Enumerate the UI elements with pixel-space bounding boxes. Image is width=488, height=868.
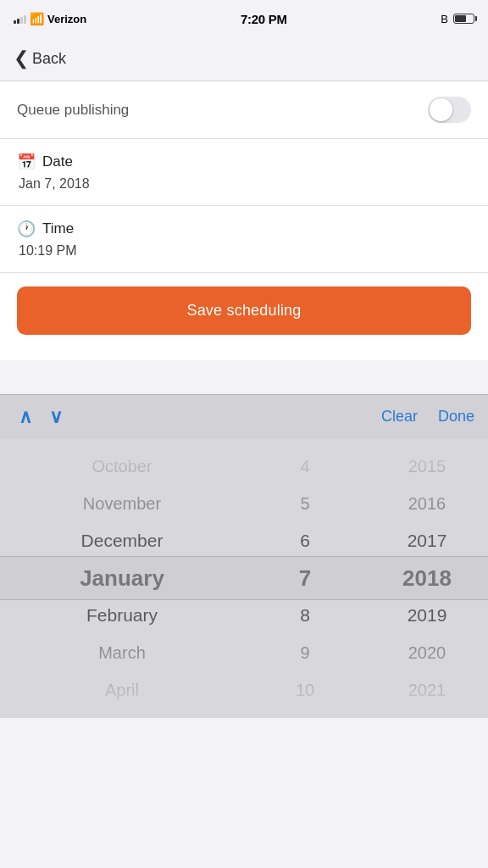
picker-item[interactable]: 2017 (366, 522, 488, 559)
picker-arrows: ∧ ∨ (14, 404, 68, 430)
toggle-knob (430, 98, 452, 121)
picker-item[interactable]: 2020 (366, 634, 488, 671)
picker-item[interactable]: 2015 (366, 448, 488, 485)
picker-toolbar: ∧ ∨ Clear Done (0, 394, 488, 438)
status-bar: 📶 Verizon 7:20 PM B (0, 0, 488, 37)
picker-done-button[interactable]: Done (438, 408, 474, 426)
picker-days-column: 45678910 (244, 438, 366, 718)
save-scheduling-button[interactable]: Save scheduling (17, 287, 471, 335)
picker-item[interactable]: 2021 (366, 671, 488, 709)
picker-up-arrow[interactable]: ∧ (14, 404, 37, 430)
date-section: 📅 Date Jan 7, 2018 (0, 139, 488, 206)
picker-item[interactable]: October (0, 448, 244, 485)
picker-months-column: OctoberNovemberDecemberJanuaryFebruaryMa… (0, 438, 244, 718)
picker-item[interactable]: 8 (244, 597, 366, 634)
picker-clear-button[interactable]: Clear (381, 408, 418, 426)
bluetooth-icon: B (441, 13, 448, 25)
status-left: 📶 Verizon (14, 12, 86, 25)
signal-bar-3 (20, 17, 23, 24)
picker-item[interactable]: 4 (244, 448, 366, 485)
picker-years-column: 2015201620172018201920202021 (366, 438, 488, 718)
picker-item[interactable]: 10 (244, 671, 366, 709)
calendar-icon: 📅 (17, 153, 36, 171)
picker-item[interactable]: 9 (244, 634, 366, 671)
picker-item[interactable]: February (0, 597, 244, 634)
main-content: Queue publishing 📅 Date Jan 7, 2018 🕐 Ti… (0, 81, 488, 360)
signal-bar-2 (17, 19, 19, 24)
date-header: 📅 Date (17, 153, 471, 171)
picker-item[interactable]: December (0, 522, 244, 559)
picker-item[interactable]: 5 (244, 485, 366, 522)
time-title: Time (42, 220, 74, 237)
picker-item[interactable]: April (0, 671, 244, 709)
battery-icon (453, 14, 474, 24)
date-value[interactable]: Jan 7, 2018 (17, 176, 471, 192)
picker-item[interactable]: March (0, 634, 244, 671)
clock: 7:20 PM (241, 12, 287, 26)
back-chevron-icon: ❮ (14, 49, 29, 68)
spacer (0, 360, 488, 394)
back-button[interactable]: ❮ Back (14, 50, 66, 68)
picker-item[interactable]: 2019 (366, 597, 488, 634)
battery-fill (455, 15, 466, 22)
status-right: B (441, 13, 474, 25)
nav-bar: ❮ Back (0, 37, 488, 81)
time-header: 🕐 Time (17, 220, 471, 238)
time-section: 🕐 Time 10:19 PM (0, 206, 488, 273)
carrier-label: Verizon (47, 13, 86, 25)
picker-item[interactable]: 6 (244, 522, 366, 559)
date-title: Date (42, 153, 73, 170)
signal-bar-4 (24, 15, 26, 24)
queue-publishing-toggle[interactable] (428, 97, 471, 123)
back-label: Back (32, 50, 66, 68)
picker-columns: OctoberNovemberDecemberJanuaryFebruaryMa… (0, 438, 488, 718)
picker-drum[interactable]: OctoberNovemberDecemberJanuaryFebruaryMa… (0, 438, 488, 718)
picker-item[interactable]: November (0, 485, 244, 522)
wifi-icon: 📶 (30, 12, 44, 25)
picker-actions: Clear Done (381, 408, 474, 426)
picker-down-arrow[interactable]: ∨ (44, 404, 68, 430)
clock-icon: 🕐 (17, 220, 36, 238)
signal-bars (14, 14, 26, 24)
queue-publishing-label: Queue publishing (17, 102, 129, 119)
picker-item[interactable]: January (0, 559, 244, 597)
picker-item[interactable]: 7 (244, 559, 366, 597)
picker-item[interactable]: 2018 (366, 559, 488, 597)
save-button-container: Save scheduling (0, 273, 488, 360)
time-value[interactable]: 10:19 PM (17, 243, 471, 259)
queue-publishing-row: Queue publishing (0, 81, 488, 139)
picker-item[interactable]: 2016 (366, 485, 488, 522)
signal-bar-1 (14, 20, 16, 24)
